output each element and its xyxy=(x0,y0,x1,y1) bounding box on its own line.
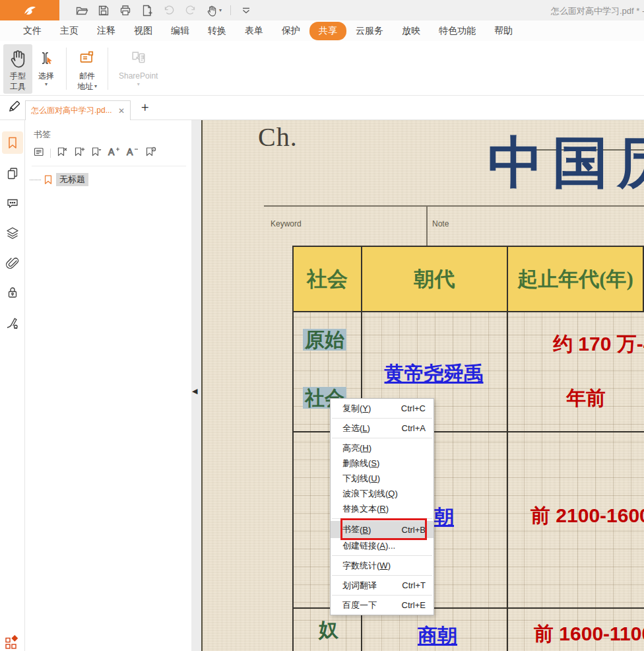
attachments-panel-icon[interactable] xyxy=(0,251,25,275)
context-menu-item-label: 划词翻译 xyxy=(342,580,377,592)
bookmark-tree-item[interactable]: 无标题 xyxy=(30,173,191,186)
menu-tab-9[interactable]: 共享 xyxy=(309,22,346,40)
bookmark-add-icon[interactable] xyxy=(73,146,85,160)
redo-icon[interactable] xyxy=(184,4,197,17)
hand-tool-button[interactable]: 手型 工具 xyxy=(3,44,32,94)
hand-icon xyxy=(8,48,28,69)
years-row1-line1: 约 170 万-4000 xyxy=(553,331,644,358)
menu-tab-10[interactable]: 云服务 xyxy=(346,22,393,40)
menu-item-shortcut: Ctrl+E xyxy=(402,600,426,610)
context-menu-item-3[interactable]: 高亮(H) xyxy=(331,440,434,456)
hand-tool-label-2: 工具 xyxy=(10,81,26,92)
menu-tab-2[interactable]: 主页 xyxy=(51,22,88,40)
panel-resize-strip[interactable]: ◀ xyxy=(191,120,201,651)
undo-icon[interactable] xyxy=(162,4,176,17)
pages-panel-icon[interactable] xyxy=(0,162,25,186)
page-thumbnail-grid-icon[interactable] xyxy=(5,634,20,651)
security-panel-icon[interactable] xyxy=(0,281,25,304)
bookmark-more-icon[interactable] xyxy=(90,146,102,160)
context-menu-item-label: 删除线 xyxy=(342,458,368,469)
context-menu-item-11[interactable]: 划词翻译Ctrl+T xyxy=(331,578,434,593)
comments-panel-icon[interactable] xyxy=(0,191,25,215)
menu-tab-13[interactable]: 帮助 xyxy=(485,22,522,40)
dynasty-link-row2[interactable]: 朝 xyxy=(434,504,454,531)
ribbon-divider xyxy=(66,48,67,90)
context-menu-item-10[interactable]: 字数统计(W) xyxy=(331,558,434,573)
access-key: A xyxy=(379,541,385,551)
menu-item-shortcut: Ctrl+T xyxy=(402,580,426,590)
context-menu-item-label: 创建链接 xyxy=(342,540,377,552)
menu-tab-11[interactable]: 放映 xyxy=(393,22,430,40)
keyword-column-label: Keyword xyxy=(271,219,302,228)
hand-tool-quick-icon[interactable]: ▾ xyxy=(206,5,222,17)
access-key: H xyxy=(362,443,368,453)
tree-connector xyxy=(30,180,41,180)
context-menu-item-9[interactable]: 创建链接(A)... xyxy=(331,538,434,553)
font-increase-icon[interactable]: A xyxy=(108,146,121,160)
menu-tab-5[interactable]: 编辑 xyxy=(162,22,199,40)
quick-access-toolbar: ▾ xyxy=(75,4,253,17)
context-menu-item-label: 替换文本 xyxy=(342,503,377,515)
menu-tab-8[interactable]: 保护 xyxy=(273,22,309,40)
hand-tool-label-1: 手型 xyxy=(10,71,26,81)
menu-tab-4[interactable]: 视图 xyxy=(125,22,162,40)
email-label-2: 地址 xyxy=(77,81,93,92)
context-menu-item-label: 字数统计 xyxy=(342,560,377,572)
document-tab-label: 怎么面对高中学习.pd... xyxy=(31,105,112,116)
new-document-icon[interactable] xyxy=(141,4,154,17)
context-menu-item-2[interactable]: 全选(L)Ctrl+A xyxy=(331,421,434,436)
ribbon-toolbar: 手型 工具 选择 ▾ 邮件 地址 ▾ SharePoint ▾ xyxy=(0,41,644,96)
years-row3: 前 1600-1100 xyxy=(534,621,644,648)
context-menu-item-6[interactable]: 波浪下划线(Q) xyxy=(331,486,434,501)
bookmarks-panel-icon[interactable] xyxy=(0,131,25,154)
font-decrease-icon[interactable]: A xyxy=(126,146,139,160)
select-tool-button[interactable]: 选择 ▾ xyxy=(32,44,60,90)
navigation-rail xyxy=(0,120,25,651)
bookmark-settings-icon[interactable] xyxy=(145,146,156,160)
document-tab[interactable]: 怎么面对高中学习.pd... ✕ xyxy=(25,100,131,120)
menu-tab-7[interactable]: 表单 xyxy=(236,22,273,40)
edit-pencil-icon[interactable] xyxy=(6,99,22,118)
sharepoint-button[interactable]: SharePoint ▾ xyxy=(114,44,162,90)
access-key: W xyxy=(379,561,387,570)
open-file-icon[interactable] xyxy=(75,4,88,17)
context-menu-item-label: 高亮 xyxy=(342,442,360,454)
menu-bar: 文件主页注释视图编辑转换表单保护共享云服务放映特色功能帮助 xyxy=(0,20,644,41)
bookmarks-panel: 书签 A A 无标题 xyxy=(25,120,191,651)
cornell-divider-line xyxy=(264,205,644,207)
tab-close-icon[interactable]: ✕ xyxy=(114,106,125,116)
print-icon[interactable] xyxy=(119,4,132,17)
menu-divider xyxy=(332,555,432,556)
dynasty-link-row3[interactable]: 商朝 xyxy=(418,623,457,650)
menu-tab-3[interactable]: 注释 xyxy=(88,22,125,40)
email-caret-icon: ▾ xyxy=(94,83,97,90)
collapse-panel-icon[interactable]: ◀ xyxy=(192,387,197,395)
context-menu-item-1[interactable]: 复制(Y)Ctrl+C xyxy=(331,401,434,416)
signature-panel-icon[interactable] xyxy=(0,311,25,335)
save-icon[interactable] xyxy=(97,4,110,17)
access-key: R xyxy=(379,504,385,514)
access-key: Q xyxy=(388,489,395,498)
bookmark-item-label: 无标题 xyxy=(56,173,88,186)
app-logo[interactable] xyxy=(0,0,59,20)
menu-tab-1[interactable]: 文件 xyxy=(14,22,51,40)
bookmark-list-options-icon[interactable] xyxy=(33,146,45,160)
bookmark-delete-icon[interactable] xyxy=(56,146,68,160)
customize-toolbar-icon[interactable] xyxy=(240,4,253,17)
context-menu-item-5[interactable]: 下划线(U) xyxy=(331,471,434,486)
years-row2: 前 2100-1600 xyxy=(531,502,644,530)
dynasty-link-row1[interactable]: 黄帝尧舜禹 xyxy=(361,360,507,388)
email-address-button[interactable]: 邮件 地址 ▾ xyxy=(73,44,102,94)
menu-tab-12[interactable]: 特色功能 xyxy=(430,22,485,40)
svg-text:A: A xyxy=(127,147,133,157)
new-tab-button[interactable]: ＋ xyxy=(139,98,151,116)
context-menu-item-label: 全选 xyxy=(342,423,360,434)
bookmarks-toolbar: A A xyxy=(33,145,191,161)
context-menu-item-12[interactable]: 百度一下Ctrl+E xyxy=(331,598,434,613)
toolbar-divider xyxy=(50,149,51,158)
document-tab-bar: 怎么面对高中学习.pd... ✕ ＋ xyxy=(0,96,644,120)
layers-panel-icon[interactable] xyxy=(0,221,25,245)
context-menu-item-7[interactable]: 替换文本(R) xyxy=(331,501,434,516)
menu-tab-6[interactable]: 转换 xyxy=(199,22,236,40)
context-menu-item-4[interactable]: 删除线(S) xyxy=(331,456,434,471)
